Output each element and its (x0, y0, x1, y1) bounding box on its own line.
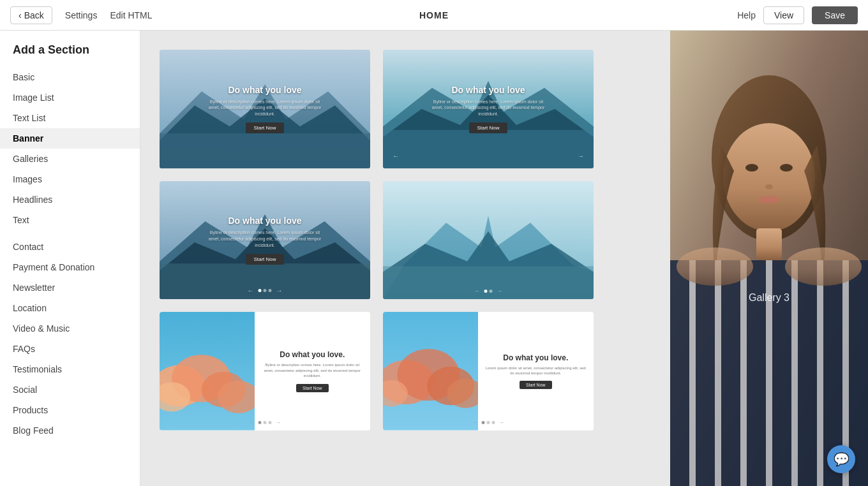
right-arrow-5: → (276, 420, 281, 425)
slider-dots-6: ← → (473, 420, 504, 425)
back-button[interactable]: ‹ Back (10, 6, 52, 24)
view-button[interactable]: View (763, 6, 804, 24)
card-overlay-1: Do what you love Byline or description c… (160, 50, 370, 168)
edit-html-link[interactable]: Edit HTML (110, 10, 152, 20)
svg-rect-38 (715, 260, 721, 486)
dot-3 (269, 289, 272, 292)
left-arrow-3 (248, 287, 254, 294)
sidebar-item-basic[interactable]: Basic (0, 67, 140, 87)
dot-6c (492, 421, 495, 424)
card-title-2: Do what you love (451, 85, 525, 95)
chat-bubble[interactable]: 💬 (827, 445, 855, 473)
card-title-1: Do what you love (228, 85, 301, 95)
banner-card-1[interactable]: Do what you love Byline or description c… (160, 50, 370, 168)
card-half-button-6[interactable]: Start Now (520, 381, 552, 389)
card-overlay-4: ← → (383, 181, 594, 300)
slider-dots-5: ← → (250, 420, 281, 425)
card-button-3[interactable]: Start Now (246, 254, 283, 265)
topbar-left: ‹ Back Settings Edit HTML (10, 6, 153, 24)
sidebar-item-image-list[interactable]: Image List (0, 87, 140, 108)
card-img-half-5 (160, 312, 255, 431)
svg-point-33 (765, 184, 773, 189)
sidebar-item-payment-donation[interactable]: Payment & Donation (0, 257, 140, 277)
slider-dots-4: ← → (475, 288, 502, 294)
card-half-title-5: Do what you love. (280, 350, 345, 359)
svg-point-44 (677, 247, 753, 286)
sidebar-item-newsletter[interactable]: Newsletter (0, 277, 140, 298)
card-subtitle-1: Byline or description comes here. Lorem … (207, 99, 322, 117)
card-overlay-2: Do what you love Byline or description c… (383, 50, 594, 168)
sidebar-item-products[interactable]: Products (0, 400, 140, 420)
content-area: Do what you love Byline or description c… (140, 31, 670, 486)
banner-grid: Do what you love Byline or description c… (160, 50, 594, 431)
left-arrow-6: ← (473, 420, 478, 425)
svg-rect-42 (817, 260, 823, 486)
settings-link[interactable]: Settings (65, 10, 98, 20)
banner-card-4[interactable]: ← → (383, 181, 594, 300)
dot-6b (487, 421, 490, 424)
main-layout: Add a Section Basic Image List Text List… (0, 31, 868, 486)
topbar-nav: Settings Edit HTML (65, 10, 153, 20)
sidebar-item-contact[interactable]: Contact (0, 237, 140, 257)
left-arrow-4: ← (475, 288, 480, 294)
cloud-svg-5 (160, 312, 255, 431)
portrait-svg (670, 31, 868, 486)
topbar: ‹ Back Settings Edit HTML HOME Help View… (0, 0, 868, 31)
dot-5a (258, 421, 262, 424)
card-text-half-6: Do what you love. Lorem ipsum dolor sit … (478, 312, 594, 431)
card-button-2[interactable]: Start Now (469, 122, 507, 133)
sidebar-item-blog-feed[interactable]: Blog Feed (0, 420, 140, 441)
card-button-1[interactable]: Start Now (246, 122, 283, 133)
chat-icon: 💬 (834, 452, 849, 467)
right-arrow-3 (276, 287, 283, 294)
sidebar-item-location[interactable]: Location (0, 298, 140, 318)
sidebar-item-text-list[interactable]: Text List (0, 108, 140, 128)
cloud-svg-6 (383, 312, 478, 431)
svg-point-31 (745, 164, 758, 172)
sidebar-title: Add a Section (0, 43, 140, 67)
svg-point-32 (780, 164, 793, 172)
left-arrow-2 (393, 149, 399, 161)
person-image: Gallery 3 (670, 31, 868, 486)
card-half-button-5[interactable]: Start Now (296, 384, 329, 392)
right-arrow-4: → (497, 288, 502, 294)
dot-2 (264, 289, 267, 292)
card-split-6: Do what you love. Lorem ipsum dolor sit … (383, 312, 594, 431)
card-title-3: Do what you love (228, 216, 301, 226)
right-arrow-6: → (499, 420, 504, 425)
svg-rect-39 (740, 260, 747, 486)
right-arrow-2 (578, 149, 584, 161)
svg-rect-35 (756, 228, 782, 260)
sidebar-item-galleries[interactable]: Galleries (0, 149, 140, 169)
preview-panel: Gallery 3 (670, 31, 868, 486)
sidebar-item-banner[interactable]: Banner (0, 128, 140, 149)
back-chevron: ‹ (19, 10, 22, 20)
sidebar-item-testimonials[interactable]: Testimonials (0, 359, 140, 379)
card-overlay-3: Do what you love Byline or description c… (160, 181, 370, 300)
svg-point-34 (759, 196, 779, 203)
card-half-subtitle-5: Byline or description comes here. Lorem … (261, 362, 364, 378)
gallery-label: Gallery 3 (749, 292, 789, 304)
sidebar-item-images[interactable]: Images (0, 169, 140, 189)
card-half-subtitle-6: Lorem ipsum dolor sit amet, consectetur … (484, 365, 588, 376)
svg-point-45 (785, 247, 862, 286)
dot-4b (490, 290, 493, 293)
dot-1 (258, 289, 262, 292)
banner-card-5[interactable]: Do what you love. Byline or description … (160, 312, 370, 431)
svg-rect-41 (791, 260, 798, 486)
svg-point-30 (723, 123, 815, 232)
sidebar-item-social[interactable]: Social (0, 379, 140, 400)
card-subtitle-2: Byline or description comes here. Lorem … (431, 99, 546, 117)
save-button[interactable]: Save (812, 6, 858, 24)
slider-dots-3 (248, 287, 283, 294)
sidebar-item-faqs[interactable]: FAQs (0, 339, 140, 359)
card-img-half-6 (383, 312, 478, 431)
banner-card-3[interactable]: Do what you love Byline or description c… (160, 181, 370, 300)
banner-card-6[interactable]: Do what you love. Lorem ipsum dolor sit … (383, 312, 594, 431)
sidebar-item-video-music[interactable]: Video & Music (0, 318, 140, 339)
sidebar-item-headlines[interactable]: Headlines (0, 189, 140, 210)
banner-card-2[interactable]: Do what you love Byline or description c… (383, 50, 594, 168)
page-title: HOME (419, 10, 449, 20)
sidebar-item-text[interactable]: Text (0, 210, 140, 230)
help-link[interactable]: Help (737, 10, 756, 20)
